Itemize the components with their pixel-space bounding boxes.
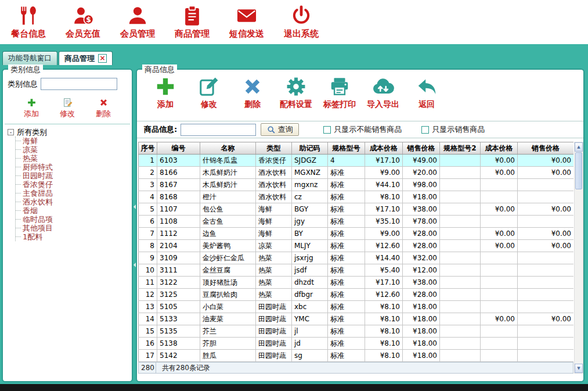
column-header[interactable]: 规格型号 [328,142,365,155]
toolbar-edit-button[interactable]: 修改 [187,76,230,110]
table-row[interactable]: 123125豆腐扒蛤肉热菜dfbgr标准¥12.60¥28.00 [139,289,574,301]
table-cell [440,216,481,228]
table-row[interactable]: 38167木瓜鲜奶汁酒水饮料mgxnz标准¥44.10¥98.00 [139,179,574,191]
filter-sellable-checkbox[interactable]: 只显示销售商品 [421,124,485,135]
table-row[interactable]: 113122顶好猪肚汤热菜dhzdt标准¥17.10¥38.00 [139,277,574,289]
tree-item[interactable]: 其他项目 [16,224,53,232]
table-cell: ¥32.00 [403,252,440,264]
table-cell: 标准 [328,277,365,289]
tree-item[interactable]: 临时品项 [16,215,53,224]
tree-item[interactable]: 田园时蔬 [16,171,53,180]
column-header[interactable]: 助记码 [292,142,328,155]
table-cell: 9 [139,252,157,264]
svg-text:$: $ [86,15,91,24]
table-row[interactable]: 48168橙汁酒水饮料cz标准¥8.10¥18.00 [139,191,574,203]
table-cell: 橙汁 [200,191,256,203]
table-cell: ¥8.10 [365,191,403,203]
tab-close-button[interactable]: × [98,54,107,63]
toolbar-back-button[interactable]: 返回 [405,76,448,110]
column-header[interactable]: 规格型号2 [440,142,481,155]
vertical-scrollbar[interactable]: ▲ ▼ [574,142,583,374]
table-row[interactable]: 71112边鱼海鲜BY标准¥9.00¥28.00¥0.00¥0.00 [139,228,574,240]
table-row[interactable]: 82104美炉酱鸭凉菜MLJY标准¥12.60¥28.00¥0.00¥0.00 [139,240,574,252]
nav-item-product-manage[interactable]: 商品管理 [167,5,217,40]
column-header[interactable]: 成本价格 [481,142,518,155]
table-cell: ¥20.00 [403,167,440,179]
table-row[interactable]: 16103什锦冬瓜盅香浓煲仔SJDGZ4¥17.10¥49.00¥0.00¥0.… [139,155,574,167]
table-row[interactable]: 155135芥兰田园时蔬jl标准¥8.10¥18.00 [139,325,574,338]
toolbar-delete-button[interactable]: 删除 [231,76,274,110]
scroll-down-button[interactable]: ▼ [575,364,583,373]
nav-item-table-info[interactable]: 餐台信息 [3,5,53,40]
table-cell: ¥18.00 [403,313,440,325]
table-row[interactable]: 61108金古鱼海鲜jgy标准¥35.10¥78.00 [139,216,574,228]
nav-item-exit-system[interactable]: 退出系统 [276,5,326,40]
column-header[interactable]: 名称 [200,142,256,155]
toolbar-label-print-button[interactable]: 标签打印 [318,76,361,110]
tab-product-manage[interactable]: 商品管理× [59,51,113,65]
tree-item[interactable]: 酒水饮料 [16,198,53,206]
table-row[interactable]: 175142胜瓜田园时蔬sg标准¥8.10¥18.00 [139,350,574,362]
tree-item[interactable]: 海鲜 [16,137,53,145]
search-icon [267,125,276,134]
category-delete-button[interactable]: 删除 [96,98,111,119]
scroll-thumb[interactable] [575,152,582,189]
tree-root[interactable]: - 所有类别 [8,128,53,137]
table-cell: ¥17.10 [365,155,403,167]
table-cell [440,264,481,277]
toolbar-ingredient-settings-button[interactable]: 配料设置 [275,76,318,110]
table-cell: 标准 [328,167,365,179]
record-count-text: 共有280条记录 [156,363,210,373]
collapse-icon[interactable]: - [8,129,14,135]
table-row[interactable]: 28166木瓜鲜奶汁酒水饮料MGXNZ标准¥9.00¥20.00¥0.00¥0.… [139,167,574,179]
filter-unsellable-checkbox[interactable]: 只显示不能销售商品 [323,124,402,135]
tree-item[interactable]: 热菜 [16,154,53,163]
scroll-up-button[interactable]: ▲ [575,142,583,152]
category-add-button[interactable]: 添加 [24,98,39,119]
tree-item[interactable]: 厨师特式 [16,163,53,171]
table-cell: 海鲜 [256,203,292,216]
product-search-input[interactable] [181,124,256,136]
tab-nav-window[interactable]: 功能导航窗口 [2,51,57,65]
table-row[interactable]: 135105小白菜田园时蔬xbc标准¥8.10¥18.00 [139,301,574,313]
table-row[interactable]: 93109金沙虾仁金瓜热菜jsxrjg标准¥14.40¥32.00 [139,252,574,264]
table-row[interactable]: 51107包公鱼海鲜BGY标准¥17.10¥38.00¥0.00¥0.00 [139,203,574,216]
nav-item-sms-send[interactable]: 短信发送 [222,5,272,40]
button-label: 标签打印 [323,99,356,110]
column-header[interactable]: 销售价格 [403,142,440,155]
toolbar-add-button[interactable]: 添加 [144,76,187,110]
table-cell: 5142 [157,350,200,362]
table-row[interactable]: 145133油麦菜田园时蔬YMC标准¥8.10¥18.00¥0.00¥0.00 [139,313,574,325]
table-cell: ¥78.00 [403,216,440,228]
tree-item[interactable]: 主食甜品 [16,189,53,198]
column-header[interactable]: 序号 [139,142,157,155]
column-header[interactable]: 销售价格 [518,142,574,155]
table-cell [518,325,574,338]
column-header[interactable]: 成本价格 [365,142,403,155]
nav-item-member-recharge[interactable]: $会员充值 [58,5,108,40]
column-header[interactable]: 类型 [256,142,292,155]
column-header[interactable]: 编号 [157,142,200,155]
table-cell: 10 [139,264,157,277]
tree-item[interactable]: 1配料 [16,232,53,241]
product-panel: 商品信息 添加修改删除配料设置标签打印导入导出返回 商品信息: 查询 只显示不能… [136,69,585,382]
table-cell [440,313,481,325]
nav-item-member-manage[interactable]: 会员管理 [113,5,163,40]
table-cell: ¥17.10 [365,203,403,216]
tree-item[interactable]: 香烟 [16,206,53,215]
table-row[interactable]: 165138芥胆田园时蔬jd标准¥8.10¥18.00 [139,338,574,350]
table-cell: 酒水饮料 [256,191,292,203]
table-cell: 3109 [157,252,200,264]
table-row[interactable]: 103111金丝豆腐热菜jsdf标准¥5.40¥12.00 [139,264,574,277]
table-cell: ¥8.10 [365,350,403,362]
query-button[interactable]: 查询 [261,123,299,136]
category-input[interactable] [41,78,117,90]
table-cell: 15 [139,325,157,338]
table-cell: ¥38.00 [403,203,440,216]
table-cell: xbc [292,301,328,313]
tree-item[interactable]: 香浓煲仔 [16,180,53,189]
category-edit-button[interactable]: 修改 [60,98,75,119]
category-field-row: 类别信息 [8,78,117,90]
toolbar-import-export-button[interactable]: 导入导出 [362,76,405,110]
tree-item[interactable]: 凉菜 [16,145,53,154]
